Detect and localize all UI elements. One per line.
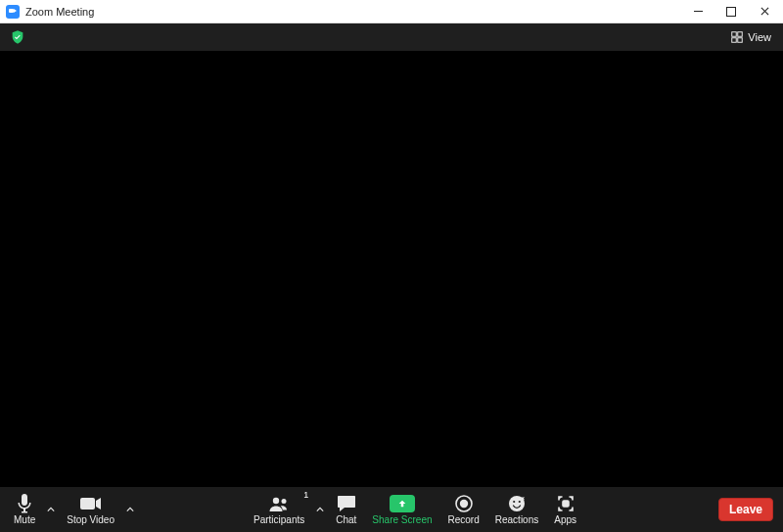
record-button[interactable]: Record xyxy=(440,489,487,530)
reactions-label: Reactions xyxy=(495,514,538,526)
participants-count: 1 xyxy=(303,490,308,500)
leave-label: Leave xyxy=(729,503,762,516)
encryption-shield-icon[interactable] xyxy=(10,29,25,45)
share-screen-button[interactable]: Share Screen xyxy=(364,489,439,530)
record-label: Record xyxy=(448,514,480,526)
participants-options-caret[interactable] xyxy=(312,489,328,530)
svg-rect-5 xyxy=(738,38,743,43)
reactions-icon xyxy=(508,493,526,514)
chat-button[interactable]: Chat xyxy=(328,489,364,530)
mute-label: Mute xyxy=(14,514,35,526)
svg-rect-4 xyxy=(732,38,737,43)
participants-label: Participants xyxy=(253,514,304,526)
stop-video-button[interactable]: Stop Video xyxy=(59,489,122,530)
svg-point-12 xyxy=(513,501,515,503)
window-title: Zoom Meeting xyxy=(25,6,94,18)
video-area xyxy=(0,51,783,487)
grid-icon xyxy=(731,31,743,43)
camera-icon xyxy=(80,493,102,514)
window-close-button[interactable] xyxy=(748,0,781,23)
share-screen-label: Share Screen xyxy=(372,514,432,526)
leave-button[interactable]: Leave xyxy=(718,498,773,521)
participants-button[interactable]: 1 Participants xyxy=(246,489,312,530)
meeting-topbar: View xyxy=(0,23,783,51)
svg-rect-14 xyxy=(563,501,569,507)
svg-point-7 xyxy=(273,498,279,504)
window-minimize-button[interactable] xyxy=(681,0,714,23)
meeting-toolbar: Mute Stop Video 1 Participants Chat xyxy=(0,487,783,532)
record-icon xyxy=(455,493,473,514)
reactions-button[interactable]: Reactions xyxy=(487,489,546,530)
apps-icon xyxy=(557,493,575,514)
window-maximize-button[interactable] xyxy=(714,0,748,23)
chat-icon xyxy=(337,493,356,514)
view-button[interactable]: View xyxy=(725,29,777,45)
mute-button[interactable]: Mute xyxy=(6,489,43,530)
view-label: View xyxy=(748,31,771,43)
apps-button[interactable]: Apps xyxy=(546,489,584,530)
participants-icon xyxy=(268,493,290,514)
mute-options-caret[interactable] xyxy=(43,489,59,530)
stop-video-label: Stop Video xyxy=(67,514,115,526)
svg-rect-6 xyxy=(80,498,95,510)
chat-label: Chat xyxy=(336,514,356,526)
window-titlebar: Zoom Meeting xyxy=(0,0,783,23)
svg-rect-2 xyxy=(732,32,737,37)
microphone-icon xyxy=(17,493,32,514)
video-options-caret[interactable] xyxy=(122,489,138,530)
share-screen-icon xyxy=(390,495,415,512)
apps-label: Apps xyxy=(554,514,576,526)
svg-point-8 xyxy=(282,499,287,504)
svg-point-10 xyxy=(459,500,467,508)
svg-point-13 xyxy=(519,501,521,503)
zoom-app-icon xyxy=(6,5,20,19)
svg-rect-3 xyxy=(738,32,743,37)
